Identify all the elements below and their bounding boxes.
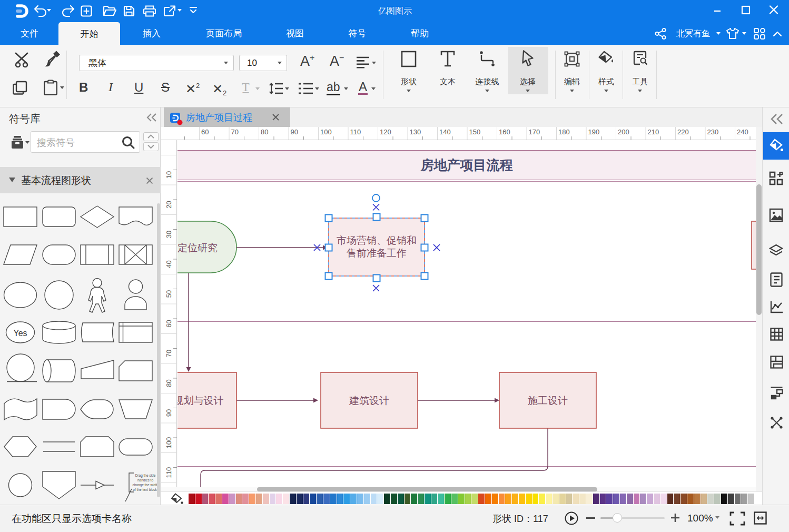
svg-text:160: 160 <box>499 128 510 136</box>
svg-text:170: 170 <box>529 128 540 136</box>
svg-text:120: 120 <box>380 128 391 136</box>
svg-text:handles to: handles to <box>137 478 153 482</box>
svg-text:20: 20 <box>165 201 173 208</box>
svg-text:110: 110 <box>165 467 173 478</box>
svg-text:40: 40 <box>165 260 173 268</box>
svg-text:200: 200 <box>618 128 629 136</box>
svg-text:90: 90 <box>291 128 298 136</box>
svg-text:change the width: change the width <box>132 483 159 487</box>
svg-text:100: 100 <box>165 437 173 449</box>
svg-text:80: 80 <box>261 128 268 136</box>
svg-text:30: 30 <box>165 231 173 238</box>
svg-text:230: 230 <box>707 128 719 136</box>
svg-text:售前准备工作: 售前准备工作 <box>347 248 407 259</box>
svg-text:建筑设计: 建筑设计 <box>349 395 389 406</box>
svg-text:Yes: Yes <box>13 329 27 338</box>
svg-text:180: 180 <box>558 128 570 136</box>
svg-text:140: 140 <box>439 128 451 136</box>
svg-text:100: 100 <box>320 128 332 136</box>
svg-text:60: 60 <box>201 128 209 136</box>
svg-text:90: 90 <box>165 409 173 417</box>
svg-text:10: 10 <box>165 171 173 179</box>
svg-text:50: 50 <box>165 290 173 298</box>
svg-text:市场营销、促销和: 市场营销、促销和 <box>337 235 417 246</box>
svg-text:220: 220 <box>677 128 689 136</box>
svg-text:240: 240 <box>737 128 748 136</box>
svg-text:130: 130 <box>410 128 421 136</box>
svg-text:150: 150 <box>469 128 481 136</box>
svg-text:of the text block.: of the text block. <box>133 488 158 491</box>
svg-text:Drag the side: Drag the side <box>135 474 156 478</box>
svg-text:房地产项目流程: 房地产项目流程 <box>420 157 513 172</box>
svg-text:定位研究: 定位研究 <box>177 242 218 253</box>
svg-text:规划与设计: 规划与设计 <box>177 395 224 406</box>
svg-text:施工设计: 施工设计 <box>528 395 568 406</box>
svg-text:70: 70 <box>165 350 173 357</box>
svg-text:70: 70 <box>231 128 239 136</box>
svg-text:110: 110 <box>350 128 361 136</box>
svg-text:210: 210 <box>648 128 659 136</box>
svg-text:190: 190 <box>588 128 600 136</box>
svg-text:80: 80 <box>165 379 173 387</box>
svg-text:60: 60 <box>165 320 173 327</box>
